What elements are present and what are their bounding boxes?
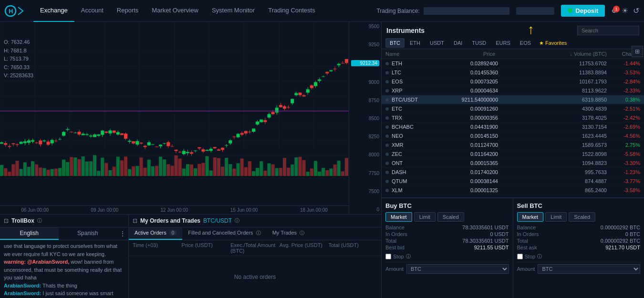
nav-system-monitor[interactable]: System Monitor xyxy=(205,0,261,22)
price-9500: 9500 xyxy=(351,24,379,29)
filled-orders-info[interactable]: ⓘ xyxy=(256,230,261,236)
inst-volume-0: 11753.6702 xyxy=(498,61,607,66)
instrument-row-0[interactable]: ETH 0.02892400 11753.6702 -1.44% xyxy=(382,59,644,68)
orders-symbol: BTC/USDT xyxy=(203,217,232,224)
orders-info-icon[interactable]: ⓘ xyxy=(235,217,239,224)
inst-volume-6: 3178.4025 xyxy=(498,115,607,121)
inst-dot-3 xyxy=(385,89,389,92)
instrument-row-14[interactable]: XLM 0.00001325 865.2400 -3.58% xyxy=(382,186,644,195)
lang-tab-more[interactable]: ⋮ xyxy=(117,227,128,240)
buy-total-value: 78.30335601 USDT xyxy=(462,238,509,244)
sell-stop-checkbox[interactable] xyxy=(517,254,523,259)
instruments-header: Instruments xyxy=(382,22,644,37)
buy-amount-select[interactable]: BTC xyxy=(406,264,509,274)
nav-exchange[interactable]: Exchange xyxy=(33,0,74,22)
col-avg: Avg. Price (USDT) xyxy=(280,242,329,254)
inst-price-4: 9211.54000000 xyxy=(441,97,498,103)
inst-change-0: -1.44% xyxy=(607,61,640,66)
sell-scaled-tab[interactable]: Scaled xyxy=(569,212,595,222)
sell-limit-tab[interactable]: Limit xyxy=(545,212,567,222)
trollbox-header: ⊡ TrollBox ⓘ xyxy=(0,215,128,227)
inst-price-11: 0.00015365 xyxy=(441,160,498,166)
settings-icon-wrapper[interactable]: ⚙ 1 xyxy=(612,8,617,14)
lang-tab-english[interactable]: English xyxy=(0,227,59,240)
my-trades-label: My Trades xyxy=(272,230,297,236)
sell-market-tab[interactable]: Market xyxy=(517,212,544,222)
nav-market-overview[interactable]: Market Overview xyxy=(145,0,205,22)
sell-amount-select[interactable]: BTC xyxy=(538,264,640,274)
theme-icon[interactable]: ☀ xyxy=(622,6,628,15)
lang-tab-spanish[interactable]: Spanish xyxy=(59,227,117,240)
order-tab-trades[interactable]: My Trades ⓘ xyxy=(267,227,310,240)
language-tabs: English Spanish ⋮ xyxy=(0,227,128,240)
cur-tab-dai[interactable]: DAI xyxy=(449,38,467,48)
buy-scaled-tab[interactable]: Scaled xyxy=(437,212,464,222)
grid-icon[interactable]: ⊞ xyxy=(632,46,643,57)
instrument-row-6[interactable]: TRX 0.00000356 3178.4025 -2.42% xyxy=(382,113,644,123)
instruments-title: Instruments xyxy=(386,27,425,34)
cur-tab-eos[interactable]: EOS xyxy=(516,38,535,48)
cur-tab-eurs[interactable]: EURS xyxy=(491,38,515,48)
instrument-row-5[interactable]: ETC 0.00091260 4300.4839 -2.51% xyxy=(382,104,644,113)
instrument-row-3[interactable]: XRP 0.00004634 8113.9622 -2.33% xyxy=(382,86,644,95)
buy-market-tab[interactable]: Market xyxy=(385,212,412,222)
trades-info[interactable]: ⓘ xyxy=(300,230,304,236)
trollbox-info-icon[interactable]: ⓘ xyxy=(37,217,42,224)
chart-area: ⊡ BTC/USDT Switch to ☁ Show EMA 5 10 m1 … xyxy=(0,22,381,215)
instrument-row-2[interactable]: EOS 0.00073205 10167.1793 -2.84% xyxy=(382,77,644,86)
nav-reports[interactable]: Reports xyxy=(110,0,145,22)
instrument-row-9[interactable]: XMR 0.01124700 1589.6573 2.75% xyxy=(382,141,644,150)
order-tab-filled[interactable]: Filled and Cancelled Orders ⓘ xyxy=(182,227,266,240)
instrument-row-13[interactable]: QTUM 0.00038144 874.4887 -3.77% xyxy=(382,177,644,186)
buy-panel: Buy BTC Market Limit Scaled Balance 78.3… xyxy=(382,198,513,298)
instrument-row-1[interactable]: LTC 0.01455360 11383.8894 -3.53% xyxy=(382,68,644,77)
instrument-row-15[interactable]: ADA 0.00000947 561.6967 -4.97% xyxy=(382,195,644,197)
inst-price-7: 0.04431900 xyxy=(441,124,498,130)
inst-price-10: 0.01164200 xyxy=(441,151,498,157)
price-9250: 9250 xyxy=(351,42,379,47)
inst-dot-6 xyxy=(385,116,389,120)
buy-balance-row: Balance 78.30335601 USDT xyxy=(385,225,509,230)
instrument-row-4[interactable]: BTC/USDT 9211.54000000 6319.8850 0.38% xyxy=(382,95,644,104)
currency-tabs: BTC ETH USDT DAI TUSD EURS EOS ★ Favorit… xyxy=(382,37,644,49)
instrument-row-11[interactable]: ONT 0.00015365 1094.8823 -3.30% xyxy=(382,159,644,168)
time-2: 09 Jun 00:00 xyxy=(91,207,118,213)
inst-change-13: -3.77% xyxy=(607,178,640,184)
col-price: Price (USDT) xyxy=(182,242,231,254)
instruments-search[interactable] xyxy=(577,26,639,35)
filled-orders-label: Filled and Cancelled Orders xyxy=(188,230,253,236)
buy-stop-info[interactable]: ⓘ xyxy=(406,253,411,260)
sell-stop-info[interactable]: ⓘ xyxy=(537,253,542,260)
deposit-label: Deposit xyxy=(575,7,598,14)
buy-stop-checkbox[interactable] xyxy=(385,254,391,259)
price-8750: 8750 xyxy=(351,98,379,103)
inst-name-8: NEO xyxy=(392,133,441,139)
inst-volume-4: 6319.8850 xyxy=(498,97,607,103)
instruments-table-header: Name Price ↓ Volume (BTC) Change xyxy=(382,49,644,59)
orders-header: ⊡ My Orders and Trades BTC/USDT ⓘ xyxy=(129,215,381,227)
deposit-button[interactable]: Deposit xyxy=(561,5,605,17)
buy-inorders-label: In Orders xyxy=(385,231,407,237)
logo[interactable]: H xyxy=(5,3,24,19)
cur-tab-btc[interactable]: BTC xyxy=(385,38,405,48)
instrument-row-7[interactable]: BCHABC 0.04431900 3130.7154 -2.69% xyxy=(382,123,644,132)
inst-name-12: DASH xyxy=(392,169,441,175)
inst-change-2: -2.84% xyxy=(607,79,640,84)
inst-price-1: 0.01455360 xyxy=(441,70,498,75)
instrument-row-10[interactable]: ZEC 0.01164200 1522.8098 -5.58% xyxy=(382,150,644,159)
price-8250: 8250 xyxy=(351,134,379,139)
instrument-row-12[interactable]: DASH 0.01740200 995.7633 -1.23% xyxy=(382,168,644,177)
refresh-icon[interactable]: ↺ xyxy=(633,6,639,15)
inst-volume-1: 11383.8894 xyxy=(498,70,607,75)
inst-dot-13 xyxy=(385,180,389,183)
buy-limit-tab[interactable]: Limit xyxy=(414,212,436,222)
cur-tab-eth[interactable]: ETH xyxy=(405,38,425,48)
order-tab-active[interactable]: Active Orders 0 xyxy=(129,227,182,240)
favorites-tab[interactable]: ★ Favorites xyxy=(536,39,570,48)
cur-tab-usdt[interactable]: USDT xyxy=(426,38,448,48)
cur-tab-tusd[interactable]: TUSD xyxy=(467,38,490,48)
inst-name-3: XRP xyxy=(392,88,441,93)
nav-account[interactable]: Account xyxy=(74,0,110,22)
instrument-row-8[interactable]: NEO 0.00145150 1623.4445 -4.56% xyxy=(382,132,644,141)
nav-trading-contests[interactable]: Trading Contests xyxy=(261,0,322,22)
